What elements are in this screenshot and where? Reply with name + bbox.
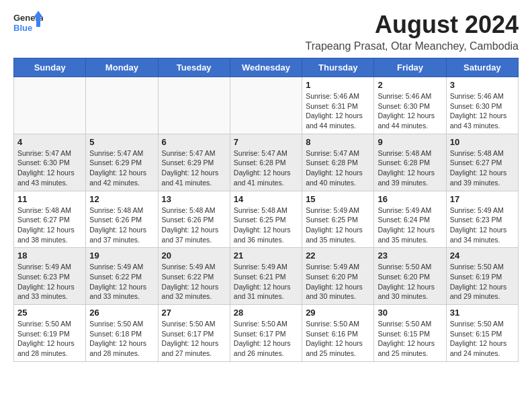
weekday-header-thursday: Thursday [302, 58, 374, 77]
day-cell: 6Sunrise: 5:47 AM Sunset: 6:29 PM Daylig… [158, 134, 230, 191]
day-cell: 22Sunrise: 5:49 AM Sunset: 6:20 PM Dayli… [302, 248, 374, 305]
day-number: 17 [450, 194, 515, 204]
day-info: Sunrise: 5:49 AM Sunset: 6:20 PM Dayligh… [306, 262, 370, 302]
day-info: Sunrise: 5:49 AM Sunset: 6:22 PM Dayligh… [89, 262, 154, 302]
day-cell: 11Sunrise: 5:48 AM Sunset: 6:27 PM Dayli… [14, 191, 86, 248]
day-number: 25 [17, 308, 82, 318]
day-cell: 26Sunrise: 5:50 AM Sunset: 6:18 PM Dayli… [86, 305, 158, 362]
day-number: 14 [234, 194, 298, 204]
weekday-header-sunday: Sunday [14, 58, 86, 77]
weekday-header-wednesday: Wednesday [230, 58, 302, 77]
day-number: 1 [306, 80, 370, 90]
day-cell: 14Sunrise: 5:48 AM Sunset: 6:25 PM Dayli… [230, 191, 302, 248]
sub-title: Trapeang Prasat, Otar Meanchey, Cambodia [306, 40, 519, 52]
day-cell: 4Sunrise: 5:47 AM Sunset: 6:30 PM Daylig… [14, 134, 86, 191]
day-number: 29 [306, 308, 370, 318]
day-info: Sunrise: 5:47 AM Sunset: 6:28 PM Dayligh… [234, 148, 298, 188]
day-number: 26 [89, 308, 154, 318]
day-info: Sunrise: 5:50 AM Sunset: 6:17 PM Dayligh… [234, 319, 298, 359]
day-cell: 19Sunrise: 5:49 AM Sunset: 6:22 PM Dayli… [86, 248, 158, 305]
day-number: 28 [234, 308, 298, 318]
weekday-header-saturday: Saturday [446, 58, 518, 77]
day-number: 16 [378, 194, 442, 204]
day-info: Sunrise: 5:47 AM Sunset: 6:30 PM Dayligh… [17, 148, 82, 188]
day-number: 7 [234, 137, 298, 147]
header: General Blue August 2024 Trapeang Prasat… [13, 11, 519, 52]
day-cell: 2Sunrise: 5:46 AM Sunset: 6:30 PM Daylig… [374, 77, 446, 134]
day-cell: 28Sunrise: 5:50 AM Sunset: 6:17 PM Dayli… [230, 305, 302, 362]
day-info: Sunrise: 5:50 AM Sunset: 6:16 PM Dayligh… [306, 319, 370, 359]
day-info: Sunrise: 5:48 AM Sunset: 6:27 PM Dayligh… [450, 148, 515, 188]
day-info: Sunrise: 5:48 AM Sunset: 6:25 PM Dayligh… [234, 205, 298, 245]
day-number: 20 [162, 250, 226, 261]
day-info: Sunrise: 5:48 AM Sunset: 6:28 PM Dayligh… [378, 148, 442, 188]
day-cell: 27Sunrise: 5:50 AM Sunset: 6:17 PM Dayli… [158, 305, 230, 362]
day-number: 21 [234, 250, 298, 261]
day-number: 3 [450, 80, 515, 90]
day-number: 13 [162, 194, 226, 204]
day-cell: 9Sunrise: 5:48 AM Sunset: 6:28 PM Daylig… [374, 134, 446, 191]
day-info: Sunrise: 5:47 AM Sunset: 6:29 PM Dayligh… [162, 148, 226, 188]
day-info: Sunrise: 5:47 AM Sunset: 6:28 PM Dayligh… [306, 148, 370, 188]
day-number: 31 [450, 308, 515, 318]
day-cell: 5Sunrise: 5:47 AM Sunset: 6:29 PM Daylig… [86, 134, 158, 191]
weekday-header-monday: Monday [86, 58, 158, 77]
day-number: 2 [378, 80, 442, 90]
day-info: Sunrise: 5:49 AM Sunset: 6:24 PM Dayligh… [378, 205, 442, 245]
day-cell: 21Sunrise: 5:49 AM Sunset: 6:21 PM Dayli… [230, 248, 302, 305]
day-number: 4 [17, 137, 82, 147]
day-cell: 23Sunrise: 5:50 AM Sunset: 6:20 PM Dayli… [374, 248, 446, 305]
day-number: 22 [306, 250, 370, 261]
day-number: 19 [89, 250, 154, 261]
day-cell: 24Sunrise: 5:50 AM Sunset: 6:19 PM Dayli… [446, 248, 518, 305]
day-info: Sunrise: 5:50 AM Sunset: 6:15 PM Dayligh… [378, 319, 442, 359]
day-cell: 1Sunrise: 5:46 AM Sunset: 6:31 PM Daylig… [302, 77, 374, 134]
day-cell: 30Sunrise: 5:50 AM Sunset: 6:15 PM Dayli… [374, 305, 446, 362]
day-cell: 3Sunrise: 5:46 AM Sunset: 6:30 PM Daylig… [446, 77, 518, 134]
day-cell [86, 77, 158, 134]
day-cell: 20Sunrise: 5:49 AM Sunset: 6:22 PM Dayli… [158, 248, 230, 305]
day-info: Sunrise: 5:49 AM Sunset: 6:25 PM Dayligh… [306, 205, 370, 245]
week-row-1: 1Sunrise: 5:46 AM Sunset: 6:31 PM Daylig… [14, 77, 519, 134]
day-cell: 31Sunrise: 5:50 AM Sunset: 6:15 PM Dayli… [446, 305, 518, 362]
week-row-4: 18Sunrise: 5:49 AM Sunset: 6:23 PM Dayli… [14, 248, 519, 305]
day-info: Sunrise: 5:48 AM Sunset: 6:26 PM Dayligh… [162, 205, 226, 245]
day-info: Sunrise: 5:49 AM Sunset: 6:22 PM Dayligh… [162, 262, 226, 302]
day-cell: 12Sunrise: 5:48 AM Sunset: 6:26 PM Dayli… [86, 191, 158, 248]
svg-text:Blue: Blue [13, 23, 32, 33]
weekday-header-row: SundayMondayTuesdayWednesdayThursdayFrid… [14, 58, 519, 77]
day-info: Sunrise: 5:49 AM Sunset: 6:23 PM Dayligh… [17, 262, 82, 302]
day-number: 23 [378, 250, 442, 261]
day-info: Sunrise: 5:50 AM Sunset: 6:18 PM Dayligh… [89, 319, 154, 359]
week-row-5: 25Sunrise: 5:50 AM Sunset: 6:19 PM Dayli… [14, 305, 519, 362]
day-cell: 29Sunrise: 5:50 AM Sunset: 6:16 PM Dayli… [302, 305, 374, 362]
logo-svg: General Blue [13, 11, 43, 35]
day-number: 6 [162, 137, 226, 147]
day-cell [158, 77, 230, 134]
weekday-header-tuesday: Tuesday [158, 58, 230, 77]
day-cell: 17Sunrise: 5:49 AM Sunset: 6:23 PM Dayli… [446, 191, 518, 248]
day-number: 15 [306, 194, 370, 204]
day-cell: 10Sunrise: 5:48 AM Sunset: 6:27 PM Dayli… [446, 134, 518, 191]
logo: General Blue [13, 11, 43, 35]
calendar: SundayMondayTuesdayWednesdayThursdayFrid… [13, 58, 519, 362]
day-number: 30 [378, 308, 442, 318]
day-number: 10 [450, 137, 515, 147]
day-cell: 15Sunrise: 5:49 AM Sunset: 6:25 PM Dayli… [302, 191, 374, 248]
day-number: 27 [162, 308, 226, 318]
day-cell: 18Sunrise: 5:49 AM Sunset: 6:23 PM Dayli… [14, 248, 86, 305]
day-cell [14, 77, 86, 134]
day-info: Sunrise: 5:50 AM Sunset: 6:15 PM Dayligh… [450, 319, 515, 359]
day-cell: 7Sunrise: 5:47 AM Sunset: 6:28 PM Daylig… [230, 134, 302, 191]
day-info: Sunrise: 5:50 AM Sunset: 6:19 PM Dayligh… [450, 262, 515, 302]
day-cell: 16Sunrise: 5:49 AM Sunset: 6:24 PM Dayli… [374, 191, 446, 248]
day-info: Sunrise: 5:46 AM Sunset: 6:30 PM Dayligh… [450, 91, 515, 131]
day-number: 18 [17, 250, 82, 261]
main-title: August 2024 [306, 11, 519, 39]
day-info: Sunrise: 5:50 AM Sunset: 6:19 PM Dayligh… [17, 319, 82, 359]
day-info: Sunrise: 5:47 AM Sunset: 6:29 PM Dayligh… [89, 148, 154, 188]
day-info: Sunrise: 5:46 AM Sunset: 6:30 PM Dayligh… [378, 91, 442, 131]
day-info: Sunrise: 5:48 AM Sunset: 6:27 PM Dayligh… [17, 205, 82, 245]
day-info: Sunrise: 5:46 AM Sunset: 6:31 PM Dayligh… [306, 91, 370, 131]
day-info: Sunrise: 5:49 AM Sunset: 6:21 PM Dayligh… [234, 262, 298, 302]
